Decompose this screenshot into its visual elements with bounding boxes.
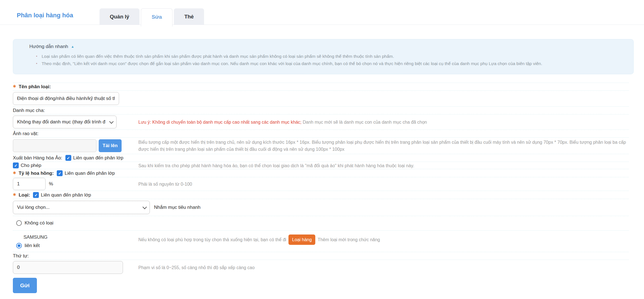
type-help-prefix: Nếu không có loại phù hợp trong tùy chọn…	[138, 236, 286, 243]
quick-target-label[interactable]: Nhắm mục tiêu nhanh	[154, 205, 200, 210]
type-related-label: Liên quan đến phân lớp	[41, 192, 91, 198]
no-type-radio[interactable]	[16, 220, 22, 226]
type-select-placeholder: Vui lòng chọn...	[17, 205, 139, 210]
quick-guide-title: Hướng dẫn nhanh ▲	[29, 44, 628, 49]
submit-button[interactable]: Gửi	[13, 278, 37, 293]
link-label: liên kết	[25, 243, 40, 248]
virtual-related-label: Liên quan đến phân lớp	[73, 155, 123, 161]
type-help-suffix: Thêm loại mới trong chức năng	[318, 236, 380, 243]
tab-the[interactable]: Thẻ	[174, 8, 204, 25]
parent-label-row: Danh mục cha:	[13, 107, 629, 114]
page-title[interactable]: Phân loại hàng hóa	[17, 12, 73, 19]
icon-help: Biểu tượng cấp một được hiển thị trên tr…	[138, 139, 629, 153]
order-label-row: Thứ tự:	[13, 252, 629, 260]
required-icon: ✱	[13, 171, 16, 175]
parent-category-select[interactable]: Không thay đổi danh mục (thay đổi trình …	[13, 116, 117, 128]
quick-guide-panel: Hướng dẫn nhanh ▲ Loại sản phẩm có liên …	[13, 39, 634, 74]
type-label-row: ✱ Loại: ✓ Liên quan đến phân lớp	[13, 191, 629, 199]
parent-label: Danh mục cha:	[13, 108, 45, 113]
icon-file-input[interactable]	[13, 139, 96, 152]
quick-guide-list: Loại sản phẩm có liên quan đến việc thêm…	[29, 53, 628, 67]
commission-label-row: ✱ Tỷ lệ hoa hồng: ✓ Liên quan đến phân l…	[13, 169, 629, 177]
link-radio[interactable]	[16, 243, 22, 248]
header: Phân loại hàng hóa Quản lý Sửa Thẻ	[0, 0, 644, 27]
virtual-label-row: Xuất bản Hàng hóa Ảo: ✓ Liên quan đến ph…	[13, 154, 629, 162]
commission-label: Tỷ lệ hoa hồng:	[19, 171, 54, 176]
type-label: Loại:	[19, 192, 30, 198]
submit-row: Gửi	[13, 278, 629, 293]
commission-related-label: Liên quan đến phân lớp	[65, 171, 115, 176]
icon-label: Ảnh rao vặt:	[13, 131, 39, 137]
name-input-row	[13, 91, 629, 107]
name-label-row: ✱ Tên phân loại:	[13, 83, 629, 91]
tab-sua[interactable]: Sửa	[141, 8, 172, 27]
type-help: Nếu không có loại phù hợp trong tùy chọn…	[138, 235, 380, 245]
order-label: Thứ tự:	[13, 253, 29, 259]
order-help: Phạm vi số là 0~255, số càng nhỏ thì độ …	[138, 264, 255, 271]
order-input-row: Phạm vi số là 0~255, số càng nhỏ thì độ …	[13, 260, 629, 275]
icon-upload-row: Tải lên Biểu tượng cấp một được hiển thị…	[13, 138, 629, 154]
tab-quan-ly[interactable]: Quản lý	[100, 8, 140, 25]
category-edit-form: ✱ Tên phân loại: Danh mục cha: Không tha…	[13, 83, 629, 293]
parent-select-row: Không thay đổi danh mục (thay đổi trình …	[13, 114, 629, 130]
no-type-row: Không có loại	[13, 216, 629, 231]
quick-guide-title-text: Hướng dẫn nhanh	[29, 44, 68, 49]
icon-label-row: Ảnh rao vặt:	[13, 130, 629, 138]
commission-input[interactable]	[13, 178, 46, 190]
parent-note: Lưu ý: Không di chuyển toàn bộ danh mục …	[138, 119, 427, 126]
virtual-related-checkbox[interactable]: ✓	[65, 155, 71, 161]
type-related-checkbox[interactable]: ✓	[33, 192, 39, 198]
virtual-help: Sau khi kiểm tra cho phép phát hành hàng…	[138, 162, 414, 169]
parent-category-selected-value: Không thay đổi danh mục (thay đổi trình …	[17, 119, 106, 125]
collapse-triangle-icon[interactable]: ▲	[71, 45, 74, 49]
parent-note-info: Danh mục mới sẽ là danh mục con của danh…	[303, 120, 427, 125]
upload-button[interactable]: Tải lên	[99, 139, 122, 152]
virtual-label: Xuất bản Hàng hóa Ảo:	[13, 155, 62, 161]
chevron-down-icon	[109, 119, 114, 124]
name-label: Tên phân loại:	[19, 84, 51, 90]
allow-checkbox[interactable]: ✓	[13, 162, 19, 168]
chevron-down-icon	[143, 205, 147, 209]
guide-bullet: Loại sản phẩm có liên quan đến việc thêm…	[29, 53, 628, 60]
goods-type-button[interactable]: Loại hàng	[288, 235, 315, 245]
tab-bar: Quản lý Sửa Thẻ	[100, 8, 205, 27]
type-select-row: Vui lòng chọn... Nhắm mục tiêu nhanh	[13, 199, 629, 216]
category-name-input[interactable]	[13, 92, 119, 105]
guide-bullet: Theo mặc định, "Liên kết với danh mục co…	[29, 60, 628, 67]
required-icon: ✱	[13, 84, 16, 88]
type-choice-row: SAMSUNG liên kết Nếu không có loại phù h…	[13, 231, 629, 252]
parent-note-warning: Lưu ý: Không di chuyển toàn bộ danh mục …	[138, 120, 302, 125]
commission-help: Phải là số nguyên từ 0-100	[138, 181, 192, 188]
no-type-label: Không có loại	[25, 220, 53, 226]
commission-related-checkbox[interactable]: ✓	[57, 170, 63, 176]
commission-input-row: % Phải là số nguyên từ 0-100	[13, 177, 629, 191]
virtual-allow-row: ✓ Cho phép Sau khi kiểm tra cho phép phá…	[13, 162, 629, 169]
allow-label: Cho phép	[21, 163, 41, 168]
commission-unit: %	[49, 181, 53, 187]
required-icon: ✱	[13, 192, 16, 197]
type-select[interactable]: Vui lòng chọn...	[13, 201, 150, 214]
order-input[interactable]	[13, 261, 123, 274]
